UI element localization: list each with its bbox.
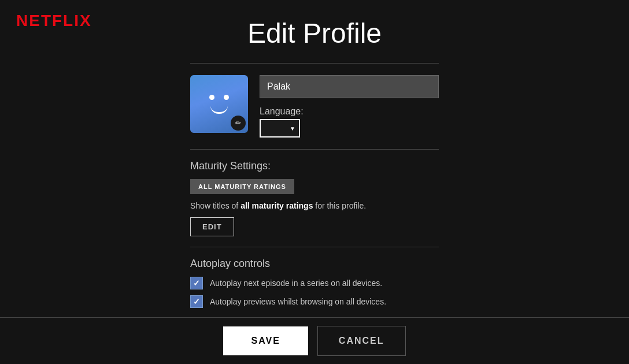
- avatar-face: [209, 95, 229, 114]
- footer-buttons: SAVE CANCEL: [0, 318, 629, 364]
- language-field: Language: English Hindi Spanish French: [260, 106, 439, 138]
- netflix-logo: NETFLIX: [16, 12, 92, 30]
- avatar-smile: [210, 106, 228, 114]
- language-select[interactable]: English Hindi Spanish French: [260, 119, 300, 138]
- autoplay-title: Autoplay controls: [190, 258, 439, 270]
- main-content: Edit Profile ✏ Language:: [0, 0, 629, 322]
- maturity-desc-prefix: Show titles of: [190, 201, 240, 210]
- maturity-section: Maturity Settings: ALL MATURITY RATINGS …: [190, 160, 439, 236]
- profile-fields: Language: English Hindi Spanish French: [260, 75, 439, 138]
- autoplay-label-2: Autoplay previews whilst browsing on all…: [210, 297, 386, 306]
- divider-top: [190, 63, 439, 64]
- maturity-edit-button[interactable]: EDIT: [190, 217, 234, 236]
- cancel-button[interactable]: CANCEL: [317, 326, 406, 356]
- page-title: Edit Profile: [247, 17, 382, 49]
- maturity-desc-bold: all maturity ratings: [240, 201, 313, 210]
- maturity-description: Show titles of all maturity ratings for …: [190, 201, 439, 210]
- autoplay-checkbox-1[interactable]: [190, 277, 203, 289]
- avatar-edit-button[interactable]: ✏: [231, 116, 246, 131]
- autoplay-item-2: Autoplay previews whilst browsing on all…: [190, 295, 439, 308]
- language-label: Language:: [260, 106, 439, 117]
- maturity-badge: ALL MATURITY RATINGS: [190, 179, 294, 194]
- maturity-title: Maturity Settings:: [190, 160, 439, 172]
- divider-autoplay: [190, 247, 439, 247]
- save-button[interactable]: SAVE: [223, 326, 308, 355]
- autoplay-label-1: Autoplay next episode in a series on all…: [210, 278, 382, 288]
- language-select-wrapper: English Hindi Spanish French: [260, 119, 300, 138]
- pencil-icon: ✏: [235, 119, 241, 127]
- autoplay-item-1: Autoplay next episode in a series on all…: [190, 277, 439, 289]
- profile-name-input[interactable]: [260, 75, 439, 98]
- profile-section: ✏ Language: English Hindi Spanish French: [190, 75, 439, 138]
- avatar-eye-right: [224, 95, 229, 100]
- divider-middle: [190, 149, 439, 150]
- avatar-eyes: [209, 95, 229, 100]
- avatar-eye-left: [209, 95, 214, 100]
- autoplay-section: Autoplay controls Autoplay next episode …: [190, 258, 439, 314]
- avatar-wrapper: ✏: [190, 75, 248, 133]
- maturity-desc-suffix: for this profile.: [313, 201, 366, 210]
- autoplay-checkbox-2[interactable]: [190, 295, 203, 308]
